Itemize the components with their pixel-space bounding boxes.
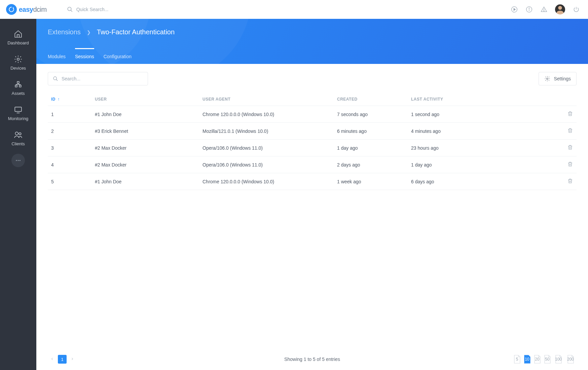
delete-button[interactable] (567, 111, 573, 117)
cell-id: 3 (48, 140, 91, 156)
table-row[interactable]: 4#2 Max DockerOpera/106.0 (Windows 11.0)… (48, 156, 577, 173)
sidebar-item-clients[interactable]: Clients (0, 126, 36, 151)
cell-id: 4 (48, 156, 91, 173)
pager-prev-button[interactable] (48, 355, 57, 364)
table-row[interactable]: 1#1 John DoeChrome 120.0.0.0 (Windows 10… (48, 106, 577, 123)
col-user[interactable]: USER (91, 93, 199, 106)
sidebar-item-dashboard[interactable]: Dashboard (0, 25, 36, 50)
tab-configuration[interactable]: Configuration (104, 48, 132, 64)
trash-icon (567, 127, 573, 134)
quick-search[interactable]: Quick Search... (67, 6, 109, 12)
cell-activity: 1 second ago (408, 106, 560, 123)
logo-text: easydcim (19, 6, 47, 13)
tab-modules[interactable]: Modules (48, 48, 66, 64)
col-last-activity[interactable]: LAST ACTIVITY (408, 93, 560, 106)
breadcrumb: Extensions ❯ Two-Factor Authentication (36, 19, 588, 36)
svg-line-22 (56, 79, 58, 81)
table-search[interactable] (48, 72, 148, 85)
cell-agent: Opera/106.0 (Windows 11.0) (199, 140, 334, 156)
sidebar-item-label: Monitoring (8, 116, 29, 121)
cell-id: 5 (48, 173, 91, 190)
toolbar: Settings (48, 72, 577, 85)
svg-point-1 (68, 7, 71, 11)
table-row[interactable]: 5#1 John DoeChrome 120.0.0.0 (Windows 10… (48, 173, 577, 190)
sidebar-item-devices[interactable]: Devices (0, 50, 36, 75)
page-size-selector: 5102050100200 (512, 354, 577, 364)
page-size-50[interactable]: 50 (542, 354, 552, 364)
gear-icon (14, 55, 23, 64)
page-size-20[interactable]: 20 (532, 354, 542, 364)
sidebar-item-label: Assets (11, 91, 25, 96)
trash-icon (567, 111, 573, 117)
delete-button[interactable] (567, 127, 573, 134)
logo-mark-icon (6, 4, 17, 15)
svg-point-18 (16, 160, 17, 161)
col-user-agent[interactable]: USER AGENT (199, 93, 334, 106)
cell-created: 6 minutes ago (334, 123, 408, 140)
page-size-200[interactable]: 200 (564, 354, 577, 364)
col-created[interactable]: CREATED (334, 93, 408, 106)
cell-id: 2 (48, 123, 91, 140)
svg-rect-14 (15, 107, 22, 111)
breadcrumb-current: Two-Factor Authentication (97, 28, 175, 36)
users-icon (14, 131, 23, 139)
col-actions (560, 93, 577, 106)
cell-created: 1 week ago (334, 173, 408, 190)
table-row[interactable]: 3#2 Max DockerOpera/106.0 (Windows 11.0)… (48, 140, 577, 156)
tabs: Modules Sessions Configuration (48, 48, 132, 64)
delete-button[interactable] (567, 161, 573, 167)
alert-icon[interactable] (540, 6, 548, 13)
cell-user: #1 John Doe (91, 173, 199, 190)
col-id[interactable]: ID↑ (48, 93, 91, 106)
info-icon[interactable] (525, 6, 533, 13)
svg-point-19 (18, 160, 19, 161)
breadcrumb-parent[interactable]: Extensions (48, 28, 81, 36)
table-search-input[interactable] (62, 76, 143, 81)
sidebar-item-assets[interactable]: Assets (0, 75, 36, 101)
cell-user: #2 Max Docker (91, 156, 199, 173)
sort-asc-icon: ↑ (58, 97, 60, 102)
table-footer: 1 Showing 1 to 5 of 5 entries 5102050100… (36, 348, 588, 370)
assets-icon (14, 80, 23, 89)
svg-point-20 (20, 160, 21, 161)
svg-point-21 (53, 77, 57, 80)
power-icon[interactable] (573, 6, 580, 13)
tab-sessions[interactable]: Sessions (75, 48, 94, 64)
sidebar-more-button[interactable] (11, 154, 25, 167)
svg-point-23 (547, 78, 548, 80)
page-size-10[interactable]: 10 (522, 354, 532, 364)
sidebar-item-label: Devices (10, 66, 26, 71)
showing-text: Showing 1 to 5 of 5 entries (284, 357, 340, 362)
sidebar-item-monitoring[interactable]: Monitoring (0, 101, 36, 126)
svg-line-2 (71, 10, 72, 12)
delete-button[interactable] (567, 144, 573, 150)
cell-activity: 4 minutes ago (408, 123, 560, 140)
content: Settings ID↑ USER USER AGENT CREATED LAS… (36, 64, 588, 370)
table-row[interactable]: 2#3 Erick BennetMozilla/121.0.1 (Windows… (48, 123, 577, 140)
svg-point-0 (13, 7, 14, 8)
cell-agent: Chrome 120.0.0.0 (Windows 10.0) (199, 106, 334, 123)
cell-activity: 23 hours ago (408, 140, 560, 156)
delete-button[interactable] (567, 178, 573, 184)
settings-button[interactable]: Settings (539, 72, 577, 85)
svg-point-17 (19, 133, 21, 135)
cell-activity: 6 days ago (408, 173, 560, 190)
page-size-5[interactable]: 5 (512, 354, 522, 364)
sidebar-item-label: Dashboard (7, 40, 29, 45)
page-size-100[interactable]: 100 (552, 354, 564, 364)
search-icon (67, 6, 73, 12)
cell-created: 7 seconds ago (334, 106, 408, 123)
page-header: Extensions ❯ Two-Factor Authentication M… (36, 19, 588, 64)
avatar[interactable] (555, 4, 565, 14)
pager-page-1[interactable]: 1 (58, 355, 67, 364)
svg-point-16 (15, 132, 18, 135)
pager-next-button[interactable] (68, 355, 77, 364)
play-icon[interactable] (511, 6, 518, 13)
sidebar: Dashboard Devices Assets Monitoring Clie… (0, 19, 36, 370)
cell-agent: Chrome 120.0.0.0 (Windows 10.0) (199, 173, 334, 190)
search-icon (53, 76, 58, 81)
logo[interactable]: easydcim (6, 4, 47, 15)
cell-created: 2 days ago (334, 156, 408, 173)
svg-rect-13 (17, 81, 19, 83)
svg-rect-11 (15, 85, 17, 87)
